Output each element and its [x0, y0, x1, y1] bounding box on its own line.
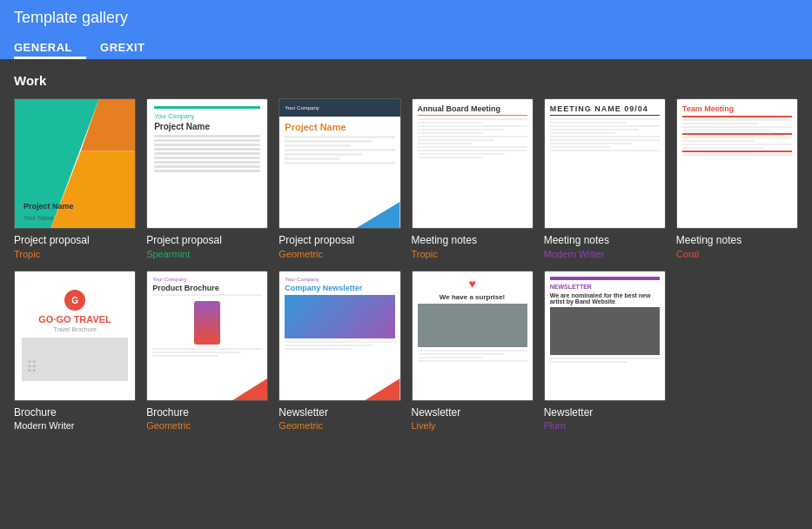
thumb-brand: GO·GO TRAVEL — [38, 314, 111, 325]
thumbnail-meeting-notes-tropic: Annual Board Meeting — [412, 98, 534, 229]
template-sub-label: Modern Writer — [544, 248, 666, 260]
template-label: Project proposal — [278, 234, 400, 248]
thumbnail-brochure-geometric: Your Company Product Brochure — [146, 271, 268, 401]
template-meeting-notes-tropic[interactable]: Annual Board Meeting Meeting notes Tropi… — [412, 98, 534, 260]
template-label: Meeting notes — [676, 234, 798, 248]
thumbnail-newsletter-lively: ♥ We have a surprise! — [412, 271, 534, 401]
template-label: Meeting notes — [544, 234, 666, 248]
thumbnail-meeting-notes-modern-writer: MEETING NAME 09/04 — [544, 98, 666, 229]
template-brochure-modern-writer[interactable]: G GO·GO TRAVEL Travel Brochure ⠿ Brochur… — [14, 271, 136, 432]
app-header: Template gallery GENERAL GREXIT — [0, 0, 812, 59]
thumb-subbrand: Travel Brochure — [53, 326, 97, 332]
thumbnail-meeting-notes-coral: Team Meeting — [676, 98, 798, 229]
template-newsletter-plum[interactable]: Newsletter We are nominated for the best… — [544, 271, 666, 432]
template-brochure-geometric[interactable]: Your Company Product Brochure Brochure G… — [146, 271, 268, 432]
template-label: Project proposal — [14, 234, 136, 248]
page-title: Template gallery — [14, 9, 798, 34]
template-project-proposal-spearmint[interactable]: Your Company Project Name Project propos… — [146, 98, 268, 260]
template-meeting-notes-modern-writer[interactable]: MEETING NAME 09/04 Meeting notes Modern … — [544, 98, 666, 260]
thumb-photo — [550, 307, 660, 355]
heart-icon: ♥ — [418, 277, 527, 291]
thumb-title: Product Brochure — [152, 284, 262, 292]
template-project-proposal-tropic[interactable]: Project Name Your Name Project proposal … — [14, 98, 136, 260]
thumb-title: Project Name — [285, 122, 394, 132]
template-label: Brochure — [146, 406, 268, 420]
thumb-title: Annual Board Meeting — [418, 104, 527, 116]
template-label: Newsletter — [278, 406, 400, 420]
thumb-phone-icon — [194, 301, 220, 345]
thumb-photo — [418, 304, 527, 347]
thumb-nl-label: Newsletter — [550, 284, 660, 290]
templates-grid: Project Name Your Name Project proposal … — [14, 98, 798, 432]
template-sub-label: Geometric — [278, 419, 400, 432]
template-sub-label: Modern Writer — [14, 419, 136, 432]
template-newsletter-lively[interactable]: ♥ We have a surprise! Newsletter Lively — [412, 271, 534, 432]
section-title-work: Work — [14, 73, 798, 88]
main-content: Work Project Name Your Name Project prop… — [0, 59, 812, 446]
template-label: Meeting notes — [412, 234, 534, 248]
tab-bar: GENERAL GREXIT — [14, 34, 798, 59]
template-label: Newsletter — [544, 406, 666, 420]
template-project-proposal-geometric[interactable]: Your Company Project Name Project propos… — [278, 98, 400, 260]
thumb-title: Project Name — [154, 122, 260, 131]
thumb-company: Your Company — [285, 277, 394, 282]
thumb-logo: G — [64, 290, 85, 311]
template-sub-label: Coral — [676, 248, 798, 260]
thumbnail-brochure-modern-writer: G GO·GO TRAVEL Travel Brochure ⠿ — [14, 271, 136, 401]
thumb-title: MEETING NAME 09/04 — [550, 104, 660, 113]
template-sub-label: Tropic — [412, 248, 534, 260]
thumb-title: Company Newsletter — [285, 284, 394, 292]
thumbnail-project-proposal-geometric: Your Company Project Name — [278, 98, 400, 229]
thumb-co: Your Company — [285, 105, 319, 110]
template-label: Project proposal — [146, 234, 268, 248]
thumb-sublabel: Your Name — [23, 215, 54, 221]
template-sub-label: Plum — [544, 419, 666, 432]
template-meeting-notes-coral[interactable]: Team Meeting Meeting notes Coral — [676, 98, 798, 260]
template-sub-label: Geometric — [146, 419, 268, 432]
template-newsletter-geometric[interactable]: Your Company Company Newsletter Newslett… — [278, 271, 400, 432]
thumbnail-newsletter-plum: Newsletter We are nominated for the best… — [544, 271, 666, 401]
map-dots-icon: ⠿ — [26, 358, 37, 377]
template-label: Brochure — [14, 406, 136, 420]
thumb-company: Your Company — [152, 277, 262, 282]
template-sub-label: Spearmint — [146, 248, 268, 260]
template-sub-label: Geometric — [278, 248, 400, 260]
tab-grexit[interactable]: GREXIT — [100, 34, 158, 59]
template-sub-label: Lively — [412, 419, 534, 432]
thumb-title: Team Meeting — [682, 104, 792, 113]
thumb-title: We have a surprise! — [418, 293, 527, 301]
thumb-company: Your Company — [154, 113, 260, 119]
thumb-label: Project Name — [23, 202, 74, 211]
thumb-image — [285, 295, 394, 338]
template-label: Newsletter — [412, 406, 534, 420]
thumbnail-newsletter-geometric: Your Company Company Newsletter — [278, 271, 400, 401]
thumbnail-project-proposal-spearmint: Your Company Project Name — [146, 98, 268, 229]
thumb-title: We are nominated for the best new artist… — [550, 292, 660, 305]
thumb-map: ⠿ — [22, 338, 128, 381]
template-sub-label: Tropic — [14, 248, 136, 260]
thumbnail-project-proposal-tropic: Project Name Your Name — [14, 98, 136, 229]
tab-general[interactable]: GENERAL — [14, 34, 86, 59]
